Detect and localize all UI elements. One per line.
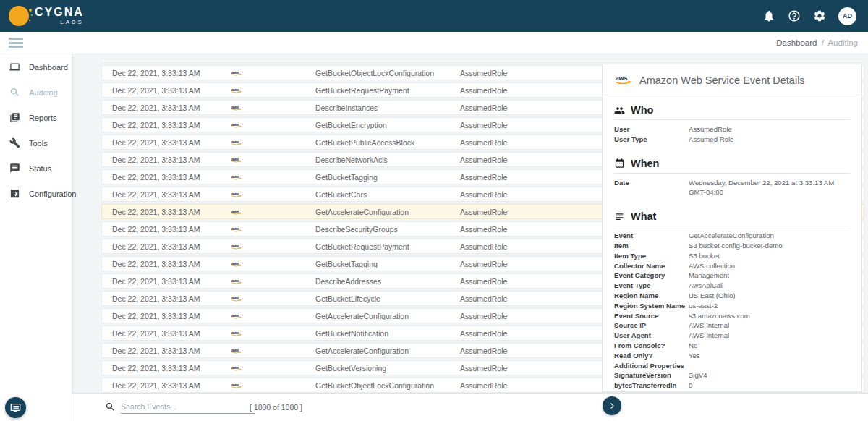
event-role: AssumedRole — [460, 121, 507, 129]
aws-icon: aws — [231, 260, 242, 268]
sidebar-item-configuration[interactable]: Configuration — [0, 181, 72, 206]
people-icon — [614, 105, 625, 116]
partial-row — [101, 61, 864, 63]
wrench-icon — [9, 137, 20, 148]
detail-row: User AssumedRole — [614, 124, 850, 135]
svg-text:aws: aws — [231, 87, 239, 91]
event-role: AssumedRole — [460, 277, 507, 286]
event-date: Dec 22, 2021, 3:33:13 AM — [112, 260, 200, 268]
sidebar-item-status[interactable]: Status — [0, 156, 72, 181]
sidebar-item-auditing[interactable]: Auditing — [0, 80, 72, 105]
detail-label: Event Type — [614, 281, 689, 291]
aws-icon: aws — [231, 226, 242, 233]
support-chat-button[interactable] — [5, 397, 26, 418]
detail-value: S3 bucket — [689, 251, 720, 261]
detail-value: AWS Internal — [689, 331, 729, 341]
detail-label: bytesTransferredOut — [614, 391, 689, 392]
sidebar-item-tools[interactable]: Tools — [0, 130, 72, 156]
svg-text:aws: aws — [231, 174, 239, 178]
search-input[interactable] — [121, 401, 255, 414]
sidebar-item-dashboard[interactable]: Dashboard — [0, 54, 72, 80]
aws-icon: aws — [231, 330, 242, 337]
svg-text:aws: aws — [231, 365, 239, 369]
detail-row: Region Name US East (Ohio) — [614, 291, 850, 301]
aws-icon: aws — [614, 74, 633, 86]
svg-text:aws: aws — [231, 312, 239, 317]
svg-text:aws: aws — [231, 122, 239, 126]
event-role: AssumedRole — [460, 208, 507, 216]
event-name: GetBucketTagging — [315, 173, 378, 182]
aws-icon: aws — [231, 312, 242, 320]
when-section: When Date Wednesday, December 22, 2021 a… — [614, 158, 850, 198]
detail-value: 113 — [689, 391, 699, 392]
svg-text:aws: aws — [231, 69, 239, 74]
event-date: Dec 22, 2021, 3:33:13 AM — [112, 225, 200, 234]
detail-value: AssumedRole — [689, 124, 732, 135]
event-name: GetBucketVersioning — [315, 364, 386, 373]
result-count: [ 1000 of 1000 ] — [250, 403, 302, 412]
brand-sub: LABS — [35, 20, 84, 25]
detail-value: AWS Internal — [689, 320, 729, 331]
event-date: Dec 22, 2021, 3:33:13 AM — [112, 121, 200, 129]
event-role: AssumedRole — [460, 364, 507, 373]
aws-icon: aws — [231, 87, 242, 94]
event-date: Dec 22, 2021, 3:33:13 AM — [112, 364, 200, 373]
detail-row: Event Category Management — [614, 271, 850, 281]
status-icon — [9, 163, 20, 174]
event-name: GetBucketPublicAccessBlock — [315, 138, 414, 147]
detail-label: Additional Properties — [614, 361, 684, 371]
gear-icon[interactable] — [813, 9, 826, 22]
svg-text:aws: aws — [231, 243, 239, 247]
detail-row: Event GetAccelerateConfiguration — [614, 231, 850, 241]
event-date: Dec 22, 2021, 3:33:13 AM — [112, 294, 200, 303]
event-name: GetBucketLifecycle — [315, 294, 380, 303]
event-name: GetBucketTagging — [315, 260, 378, 268]
detail-label: User Type — [614, 135, 689, 145]
sidebar-item-reports[interactable]: Reports — [0, 105, 72, 130]
footer-bar: [ 1000 of 1000 ] — [72, 393, 868, 421]
cygna-logo-icon — [9, 6, 29, 26]
aws-icon: aws — [231, 104, 242, 111]
event-details-panel: aws Amazon Web Service Event Details Who… — [602, 64, 862, 392]
event-role: AssumedRole — [460, 190, 507, 199]
detail-label: SignatureVersion — [614, 370, 689, 380]
avatar[interactable]: AD — [838, 7, 856, 25]
aws-icon: aws — [231, 278, 242, 285]
aws-icon: aws — [231, 191, 242, 198]
event-date: Dec 22, 2021, 3:33:13 AM — [112, 312, 200, 320]
bell-icon[interactable] — [762, 9, 775, 22]
section-title: What — [631, 210, 656, 222]
event-date: Dec 22, 2021, 3:33:13 AM — [112, 138, 200, 147]
detail-value: AWS collection — [689, 261, 735, 271]
detail-value: Management — [689, 271, 729, 281]
svg-text:aws: aws — [231, 347, 239, 352]
detail-label: Collector Name — [614, 261, 689, 271]
svg-text:aws: aws — [231, 382, 239, 386]
chat-icon — [10, 402, 21, 413]
event-name: DescribeAddresses — [315, 277, 381, 286]
breadcrumb-auditing: Auditing — [827, 38, 858, 47]
event-name: GetBucketEncryption — [315, 121, 387, 129]
detail-value: Wednesday, December 22, 2021 at 3:33:13 … — [689, 178, 850, 198]
event-name: GetAccelerateConfiguration — [315, 312, 409, 320]
detail-row: User Type Assumed Role — [614, 135, 850, 145]
event-name: GetAccelerateConfiguration — [315, 346, 409, 355]
event-role: AssumedRole — [460, 260, 507, 268]
sub-bar: Dashboard / Auditing — [0, 32, 868, 54]
breadcrumb-dashboard[interactable]: Dashboard — [776, 38, 817, 47]
dashboard-icon — [9, 61, 20, 72]
menu-icon[interactable] — [9, 38, 23, 48]
help-icon[interactable] — [788, 9, 801, 22]
next-page-button[interactable] — [603, 396, 621, 415]
aws-icon: aws — [231, 122, 242, 129]
event-name: GetBucketNotification — [315, 329, 388, 338]
detail-label: Event Category — [614, 271, 689, 281]
aws-icon: aws — [231, 382, 242, 389]
event-date: Dec 22, 2021, 3:33:13 AM — [112, 277, 200, 286]
event-name: GetBucketCors — [315, 190, 367, 199]
sidebar-label: Auditing — [29, 88, 58, 97]
svg-text:aws: aws — [231, 208, 239, 213]
detail-row: From Console? No — [614, 341, 850, 351]
detail-label: Region System Name — [614, 301, 689, 311]
event-name: DescribeInstances — [315, 103, 378, 112]
